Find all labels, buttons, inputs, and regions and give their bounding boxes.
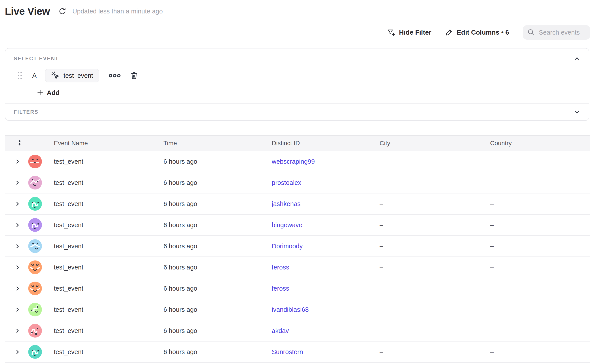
page-title: Live View bbox=[5, 5, 50, 17]
event-select-chip[interactable]: test_event bbox=[45, 69, 99, 82]
event-name: test_event bbox=[54, 158, 164, 165]
city-value: – bbox=[380, 348, 490, 356]
chevron-right-icon bbox=[14, 264, 21, 270]
column-header-time[interactable]: Time bbox=[164, 140, 272, 147]
chevron-up-icon bbox=[573, 55, 580, 62]
toolbar: Hide Filter Edit Columns • 6 bbox=[0, 25, 590, 40]
expand-row-button[interactable] bbox=[14, 201, 21, 207]
hide-filter-button[interactable]: Hide Filter bbox=[387, 28, 431, 37]
event-row-letter: A bbox=[32, 72, 37, 79]
expand-row-button[interactable] bbox=[14, 264, 21, 270]
city-value: – bbox=[380, 221, 490, 229]
edit-columns-button[interactable]: Edit Columns • 6 bbox=[445, 28, 509, 36]
event-table-row: test_event 6 hours ago feross – – bbox=[5, 278, 590, 299]
three-dots-icon bbox=[109, 74, 121, 78]
distinct-id-link[interactable]: feross bbox=[272, 285, 289, 292]
live-view-page: Live View Updated less than a minute ago… bbox=[0, 0, 607, 363]
user-avatar bbox=[28, 176, 42, 190]
column-header-country[interactable]: Country bbox=[490, 140, 590, 147]
country-value: – bbox=[490, 179, 590, 186]
distinct-id-link[interactable]: jashkenas bbox=[272, 200, 301, 207]
country-value: – bbox=[490, 285, 590, 292]
expand-row-button[interactable] bbox=[14, 286, 21, 291]
add-button-label: Add bbox=[47, 89, 60, 96]
distinct-id-link[interactable]: bingewave bbox=[272, 221, 303, 229]
distinct-id-link[interactable]: Sunrostern bbox=[272, 348, 303, 355]
expand-row-button[interactable] bbox=[14, 159, 21, 165]
event-name: test_event bbox=[54, 264, 164, 271]
chevron-right-icon bbox=[14, 243, 21, 249]
drag-handle-icon[interactable] bbox=[17, 71, 23, 80]
event-name: test_event bbox=[54, 306, 164, 313]
chevron-right-icon bbox=[14, 307, 21, 313]
user-avatar bbox=[28, 197, 42, 211]
table-header-row: Event Name Time Distinct ID City Country bbox=[5, 136, 590, 151]
country-value: – bbox=[490, 348, 590, 356]
chevron-right-icon bbox=[14, 328, 21, 334]
event-name: test_event bbox=[54, 200, 164, 208]
event-table-row: test_event 6 hours ago akdav – – bbox=[5, 320, 590, 341]
chevron-right-icon bbox=[14, 349, 21, 355]
event-table-row: test_event 6 hours ago prostoalex – – bbox=[5, 172, 590, 194]
filters-section[interactable]: FILTERS bbox=[5, 104, 589, 120]
expand-row-button[interactable] bbox=[14, 328, 21, 334]
add-event-button[interactable]: Add bbox=[37, 89, 60, 96]
distinct-id-link[interactable]: webscraping99 bbox=[272, 158, 315, 165]
country-value: – bbox=[490, 158, 590, 165]
expand-row-button[interactable] bbox=[14, 222, 21, 228]
column-header-event-name[interactable]: Event Name bbox=[54, 140, 164, 147]
search-events-box[interactable] bbox=[523, 25, 590, 40]
column-header-city[interactable]: City bbox=[380, 140, 490, 147]
distinct-id-link[interactable]: prostoalex bbox=[272, 179, 301, 186]
event-table-row: test_event 6 hours ago Dorimoody – – bbox=[5, 236, 590, 257]
events-table: Event Name Time Distinct ID City Country… bbox=[5, 135, 590, 363]
chevron-right-icon bbox=[14, 180, 21, 186]
city-value: – bbox=[380, 158, 490, 165]
event-table-row: test_event 6 hours ago webscraping99 – – bbox=[5, 151, 590, 172]
column-header-distinct-id[interactable]: Distinct ID bbox=[272, 140, 380, 147]
select-event-section: SELECT EVENT A bbox=[5, 49, 589, 103]
refresh-icon bbox=[58, 7, 67, 15]
distinct-id-link[interactable]: ivandiblasi68 bbox=[272, 306, 309, 313]
event-table-row: test_event 6 hours ago bingewave – – bbox=[5, 215, 590, 236]
event-time: 6 hours ago bbox=[164, 221, 272, 229]
event-name: test_event bbox=[54, 243, 164, 250]
event-more-options-button[interactable] bbox=[109, 74, 121, 78]
country-value: – bbox=[490, 243, 590, 250]
expand-row-button[interactable] bbox=[14, 180, 21, 186]
expand-row-button[interactable] bbox=[14, 307, 21, 313]
search-events-input[interactable] bbox=[538, 29, 586, 36]
funnel-plus-icon bbox=[387, 28, 395, 37]
refresh-button[interactable] bbox=[58, 7, 67, 15]
event-table-row: test_event 6 hours ago ivandiblasi68 – – bbox=[5, 299, 590, 320]
trash-icon bbox=[130, 71, 138, 80]
expand-filters-button[interactable] bbox=[573, 108, 580, 116]
distinct-id-link[interactable]: feross bbox=[272, 264, 289, 271]
edit-columns-label: Edit Columns • 6 bbox=[457, 29, 509, 36]
delete-event-button[interactable] bbox=[130, 71, 138, 80]
event-time: 6 hours ago bbox=[164, 264, 272, 271]
event-table-row: test_event 6 hours ago Sunrostern – – bbox=[5, 341, 590, 363]
city-value: – bbox=[380, 327, 490, 335]
expand-row-button[interactable] bbox=[14, 243, 21, 249]
chevron-right-icon bbox=[14, 222, 21, 228]
user-avatar bbox=[28, 155, 42, 168]
country-value: – bbox=[490, 264, 590, 271]
city-value: – bbox=[380, 179, 490, 186]
event-name: test_event bbox=[54, 179, 164, 186]
distinct-id-link[interactable]: Dorimoody bbox=[272, 243, 303, 250]
distinct-id-link[interactable]: akdav bbox=[272, 327, 289, 334]
country-value: – bbox=[490, 306, 590, 313]
event-name: test_event bbox=[54, 348, 164, 356]
chevron-down-icon bbox=[573, 108, 580, 116]
city-value: – bbox=[380, 243, 490, 250]
expand-row-button[interactable] bbox=[14, 349, 21, 355]
chevron-right-icon bbox=[14, 201, 21, 207]
user-avatar bbox=[28, 303, 42, 316]
collapse-all-rows-button[interactable] bbox=[16, 138, 23, 148]
user-avatar bbox=[28, 239, 42, 253]
event-chip-label: test_event bbox=[64, 72, 93, 79]
collapse-section-button[interactable] bbox=[573, 55, 580, 62]
select-event-label: SELECT EVENT bbox=[14, 56, 59, 62]
event-query-row: A test_event bbox=[17, 69, 580, 82]
